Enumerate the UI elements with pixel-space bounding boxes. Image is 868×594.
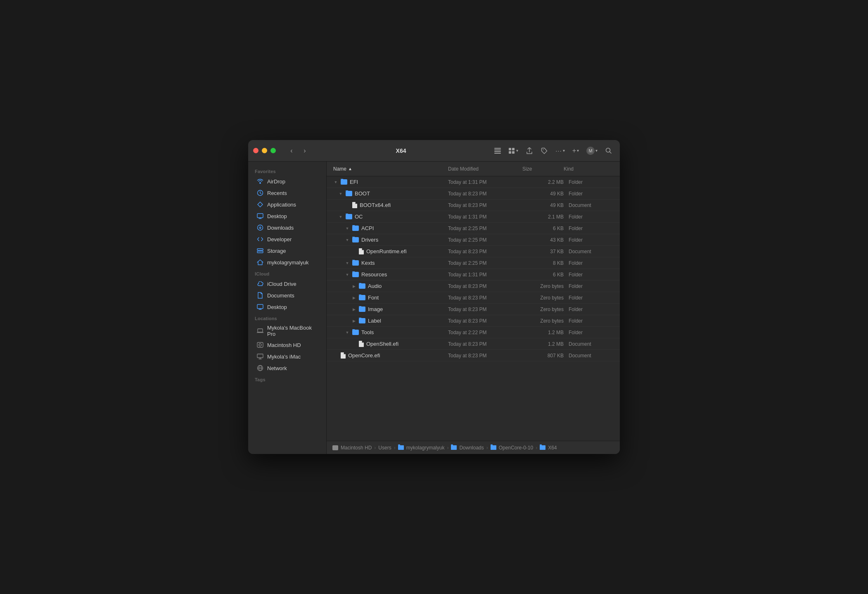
- expand-arrow[interactable]: ▼: [345, 238, 350, 242]
- file-row[interactable]: ▼ Drivers Today at 2:25 PM 43 KB Folder: [327, 234, 620, 246]
- sidebar-item-desktop[interactable]: Desktop: [251, 210, 324, 222]
- file-name: Resources: [361, 271, 387, 278]
- sidebar-item-desktop-icloud[interactable]: Desktop: [251, 301, 324, 313]
- expand-arrow[interactable]: ▼: [338, 191, 343, 196]
- sidebar-item-storage[interactable]: Storage: [251, 245, 324, 257]
- user-button[interactable]: M ▾: [584, 145, 600, 157]
- file-name: Image: [368, 306, 383, 312]
- sidebar-item-macbook[interactable]: Mykola's MacBook Pro: [251, 323, 324, 339]
- file-row[interactable]: ▶ Image Today at 8:23 PM Zero bytes Fold…: [327, 304, 620, 315]
- file-size: 1.2 MB: [522, 330, 564, 335]
- tag-button[interactable]: [538, 145, 550, 157]
- forward-button[interactable]: ›: [299, 145, 311, 157]
- sidebar-item-macintosh-hd[interactable]: Macintosh HD: [251, 339, 324, 351]
- svg-point-8: [543, 149, 544, 150]
- date-column-header[interactable]: Date Modified: [448, 166, 522, 172]
- doc-icon: [341, 352, 346, 359]
- list-view-button[interactable]: [491, 145, 504, 157]
- file-row[interactable]: ▶ BOOTx64.efi Today at 8:23 PM 49 KB Doc…: [327, 200, 620, 211]
- kind-column-header[interactable]: Kind: [564, 166, 613, 172]
- sidebar-item-network[interactable]: Network: [251, 362, 324, 374]
- sidebar-item-airdrop[interactable]: AirDrop: [251, 176, 324, 187]
- sidebar-item-downloads[interactable]: Downloads: [251, 222, 324, 233]
- favorites-section-label: Favorites: [248, 166, 326, 176]
- main-content: Favorites AirDrop: [248, 162, 620, 454]
- expand-arrow[interactable]: ▼: [333, 180, 338, 185]
- name-column-header[interactable]: Name ▲: [333, 166, 448, 172]
- maximize-button[interactable]: [270, 148, 276, 153]
- file-date: Today at 2:25 PM: [448, 237, 522, 243]
- expand-arrow[interactable]: ▶: [351, 318, 356, 323]
- file-size: Zero bytes: [522, 283, 564, 289]
- sidebar: Favorites AirDrop: [248, 162, 327, 454]
- size-column-header[interactable]: Size: [522, 166, 564, 172]
- folder-icon: [352, 226, 359, 231]
- desktop-icloud-label: Desktop: [267, 304, 287, 310]
- expand-arrow[interactable]: ▼: [345, 261, 350, 266]
- expand-arrow[interactable]: ▶: [351, 295, 356, 300]
- breadcrumb-macintosh-hd[interactable]: Macintosh HD: [332, 445, 372, 451]
- folder-icon: [346, 214, 352, 219]
- titlebar: ‹ › X64 ▾: [248, 140, 620, 162]
- file-row[interactable]: ▶ OpenShell.efi Today at 8:23 PM 1.2 MB …: [327, 338, 620, 350]
- search-button[interactable]: [602, 145, 615, 157]
- file-kind: Folder: [564, 307, 613, 312]
- expand-arrow[interactable]: ▼: [345, 330, 350, 335]
- breadcrumb-label: OpenCore-0-10: [499, 445, 533, 451]
- expand-arrow[interactable]: ▼: [338, 214, 343, 219]
- breadcrumb-users[interactable]: Users: [378, 445, 391, 451]
- file-kind: Document: [564, 353, 613, 359]
- sidebar-item-developer[interactable]: Developer: [251, 233, 324, 245]
- share-button[interactable]: [523, 145, 536, 157]
- breadcrumb-opencore[interactable]: OpenCore-0-10: [491, 445, 533, 451]
- file-row[interactable]: ▶ Label Today at 8:23 PM Zero bytes Fold…: [327, 315, 620, 327]
- svg-rect-19: [257, 354, 263, 358]
- file-size: Zero bytes: [522, 307, 564, 312]
- file-date: Today at 8:23 PM: [448, 307, 522, 312]
- add-button[interactable]: + ▾: [570, 145, 581, 157]
- file-name: Kexts: [361, 260, 375, 266]
- svg-rect-1: [494, 150, 501, 150]
- network-label: Network: [267, 365, 287, 371]
- grid-view-button[interactable]: ▾: [506, 145, 521, 157]
- file-size: 37 KB: [522, 249, 564, 254]
- file-kind: Folder: [564, 260, 613, 266]
- file-row[interactable]: ▶ OpenRuntime.efi Today at 8:23 PM 37 KB…: [327, 246, 620, 257]
- sidebar-item-recents[interactable]: Recents: [251, 187, 324, 199]
- sidebar-item-imac[interactable]: Mykola's iMac: [251, 351, 324, 362]
- icloud-section-label: iCloud: [248, 268, 326, 278]
- file-row[interactable]: ▶ OpenCore.efi Today at 8:23 PM 807 KB D…: [327, 350, 620, 361]
- file-row[interactable]: ▼ Resources Today at 1:31 PM 6 KB Folder: [327, 269, 620, 280]
- breadcrumb-user[interactable]: mykolagrymalyuk: [398, 445, 445, 451]
- expand-arrow[interactable]: ▼: [345, 272, 350, 277]
- breadcrumb-x64[interactable]: X64: [540, 445, 557, 451]
- sidebar-item-home[interactable]: mykolagrymalyuk: [251, 257, 324, 268]
- file-row[interactable]: ▼ ACPI Today at 2:25 PM 6 KB Folder: [327, 223, 620, 234]
- breadcrumb-separator: ›: [486, 445, 488, 451]
- file-row[interactable]: ▼ Kexts Today at 2:25 PM 8 KB Folder: [327, 257, 620, 269]
- more-options-button[interactable]: ··· ▾: [553, 145, 567, 157]
- sidebar-item-icloud-drive[interactable]: iCloud Drive: [251, 278, 324, 290]
- minimize-button[interactable]: [262, 148, 267, 153]
- close-button[interactable]: [253, 148, 259, 153]
- icloud-drive-label: iCloud Drive: [267, 281, 296, 287]
- file-row[interactable]: ▼ OC Today at 1:31 PM 2.1 MB Folder: [327, 211, 620, 223]
- file-row[interactable]: ▶ Audio Today at 8:23 PM Zero bytes Fold…: [327, 280, 620, 292]
- expand-arrow[interactable]: ▶: [351, 307, 356, 312]
- breadcrumb-downloads[interactable]: Downloads: [451, 445, 484, 451]
- back-button[interactable]: ‹: [286, 145, 297, 157]
- file-name: Audio: [368, 283, 382, 289]
- file-row[interactable]: ▶ Font Today at 8:23 PM Zero bytes Folde…: [327, 292, 620, 304]
- file-row[interactable]: ▼ BOOT Today at 8:23 PM 49 KB Folder: [327, 188, 620, 200]
- sidebar-item-documents[interactable]: Documents: [251, 290, 324, 301]
- svg-point-18: [259, 344, 261, 346]
- developer-icon: [256, 235, 264, 243]
- file-row[interactable]: ▼ EFI Today at 1:31 PM 2.2 MB Folder: [327, 176, 620, 188]
- file-row[interactable]: ▼ Tools Today at 2:22 PM 1.2 MB Folder: [327, 327, 620, 338]
- folder-icon: [352, 260, 359, 266]
- file-date: Today at 2:25 PM: [448, 260, 522, 266]
- sidebar-item-applications[interactable]: Applications: [251, 199, 324, 210]
- expand-arrow[interactable]: ▼: [345, 226, 350, 231]
- expand-arrow[interactable]: ▶: [351, 284, 356, 289]
- file-date: Today at 2:25 PM: [448, 226, 522, 231]
